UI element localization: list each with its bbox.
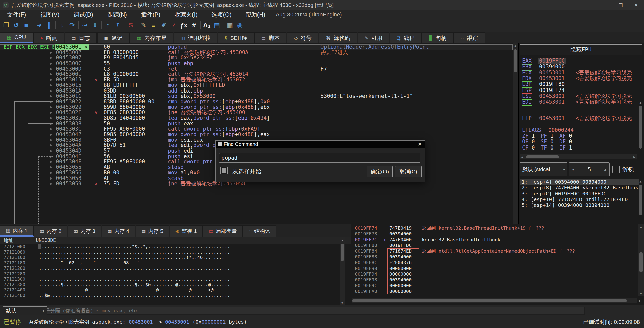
breakpoint-dot[interactable] (50, 172, 52, 174)
disasm-row[interactable]: 0045300DC3retF7 (0, 66, 513, 72)
breakpoint-dot[interactable] (50, 90, 52, 92)
stack-hscrollbar[interactable]: ▶ (352, 298, 637, 303)
font-icon[interactable]: A₂ (202, 20, 212, 31)
breakpoint-dot[interactable] (50, 68, 52, 70)
label-icon[interactable]: ✐ (159, 20, 169, 31)
register-value[interactable]: 0019FFCC (538, 58, 566, 64)
tab-跟踪[interactable]: ∴跟踪 (454, 32, 485, 43)
memory-map-icon[interactable]: # (189, 20, 199, 31)
dump-row[interactable]: 77121380........¶.......................… (0, 282, 338, 287)
register-row-eip[interactable]: EIP00453001<吾爱破解论坛学习脱壳 (519, 115, 644, 121)
spinner-up-icon[interactable]: ▲ (601, 167, 609, 171)
tab-内存 1[interactable]: ▦内存 1 (0, 225, 34, 237)
tab-内存 5[interactable]: ▦内存 5 (136, 225, 169, 237)
stack-row[interactable]: 0019FF8800394000 (351, 254, 636, 260)
log-icon[interactable]: ▤ (212, 20, 222, 31)
breakpoint-dot[interactable] (50, 183, 52, 185)
tab-源代码[interactable]: ⌘源代码 (319, 32, 357, 43)
disasm-row[interactable]: 0045300EE8 01000000call 吾爱破解论坛学习.453014 (0, 72, 513, 77)
register-row[interactable]: EDI00453001<吾爱破解论坛学习脱壳 (519, 99, 644, 105)
stack-row[interactable]: 0019FF800019FFDC (351, 243, 636, 248)
run-to-user-code-icon[interactable]: ⇓ (90, 20, 100, 31)
calling-convention-select[interactable]: 默认 (stdcal ▼ (520, 162, 567, 176)
scylla-icon[interactable]: S (126, 20, 136, 31)
stack-row[interactable]: 0019FF74747E0419返回到 kernel32.BaseThreadI… (351, 225, 636, 231)
disasm-row[interactable]: 004530358D85 94040000lea eax,dword ptr s… (0, 115, 513, 121)
tab-内存 4[interactable]: ▦内存 4 (102, 225, 135, 237)
tab-内存布局[interactable]: ▦内存布局 (130, 32, 173, 43)
register-value[interactable]: 00394000 (539, 64, 565, 70)
breakpoint-dot[interactable] (50, 73, 52, 75)
scroll-left-icon[interactable]: ◀ (520, 154, 524, 159)
spinner-down-icon[interactable]: ▼ (569, 167, 577, 171)
registers-hscrollbar[interactable]: ◀ ▶ (520, 154, 637, 159)
register-value[interactable]: 0019FF74 (539, 87, 565, 93)
tab-内存 2[interactable]: ▦内存 2 (34, 225, 68, 237)
minimize-button[interactable]: ─ (597, 0, 613, 10)
breakpoint-dot[interactable] (50, 106, 52, 108)
stack-arg-row[interactable]: 2: [esp+8] 747E0400 <kernel32.BaseThread… (520, 185, 639, 191)
tab-调用堆栈[interactable]: ▥调用堆栈 (174, 32, 217, 43)
scroll-thumb[interactable] (526, 155, 559, 158)
dump-row[interactable]: 77121100................................… (0, 255, 338, 260)
scroll-up-icon[interactable]: ▲ (638, 100, 643, 104)
disasm-row[interactable]: 0045301A03DDadd ebx,ebp (0, 88, 513, 94)
ok-button[interactable]: 确定(O) (367, 166, 393, 177)
disasm-row[interactable]: 0045302283BD 88040000 00cmp dword ptr ss… (0, 99, 513, 105)
stop-icon[interactable]: ■ (21, 20, 31, 31)
scroll-down-icon[interactable]: ▼ (340, 301, 345, 305)
scroll-right-icon[interactable]: ▶ (632, 154, 636, 159)
disasm-row[interactable]: 0045303B50push eax (0, 121, 513, 127)
disasm-row[interactable]: 0045301C81EB 00300500sub ebx,0x530005300… (0, 94, 513, 99)
tab-监视 1[interactable]: ◉监视 1 (170, 225, 203, 237)
dump-row[interactable]: 77121400.................@..............… (0, 287, 338, 293)
dump-row[interactable]: 77121200................................… (0, 265, 338, 271)
disasm-row[interactable]: EIP ECX EDX ESI ED00453001 <60pushadOpti… (0, 44, 513, 50)
stack-row[interactable]: 0019FF8CE2F04376 (351, 260, 636, 266)
flag-value[interactable]: 0 (550, 145, 554, 151)
stack-arg-row[interactable]: 5: [esp+14] 00394000 00394000 (520, 202, 639, 208)
argument-count-stepper[interactable]: ▼ 5 ▲ (569, 162, 610, 176)
menu-item-选项(O)[interactable]: 选项(O) (204, 10, 238, 19)
eflags-row[interactable]: EFLAGS00000244 (519, 127, 644, 133)
tab-内存 3[interactable]: ▦内存 3 (68, 225, 101, 237)
register-row[interactable]: EDX00453001<吾爱破解论坛学习脱壳 (519, 76, 644, 81)
breakpoint-icon[interactable]: ⁄ (169, 20, 179, 31)
stack-row[interactable]: 0019FF9800394000 (351, 277, 636, 283)
tab-线程[interactable]: ⇶线程 (390, 32, 422, 43)
flag-value[interactable]: 0 (532, 139, 535, 145)
scroll-thumb[interactable] (639, 106, 642, 149)
status-addr-from-link[interactable]: 00453001 (129, 319, 153, 325)
dialog-close-icon[interactable]: ✕ (415, 141, 425, 147)
scroll-thumb[interactable] (352, 299, 627, 302)
stack-row[interactable]: 0019FF9400000000 (351, 271, 636, 277)
breakpoint-dot[interactable] (50, 95, 52, 97)
stack-row[interactable]: 0019FFA000000000 (351, 289, 636, 294)
execute-till-return-icon[interactable]: ⇡ (113, 20, 123, 31)
register-row[interactable]: EBP0019FF80 (519, 81, 644, 87)
stack-row[interactable]: 0019FF84771874ED返回到 ntdll.RtlGetAppConta… (351, 248, 636, 254)
disasm-row[interactable]: 00453013∨EB 5Djmp 吾爱破解论坛学习.453072 (0, 77, 513, 83)
register-row[interactable]: EAX0019FFCC (519, 58, 644, 64)
menu-item-调试(D)[interactable]: 调试(D) (67, 10, 100, 19)
tab-句柄[interactable]: ▊句柄 (422, 32, 454, 43)
stack-arg-row[interactable]: 4: [esp+10] 771874ED ntdll.771874ED (520, 197, 639, 202)
register-row[interactable]: ESP0019FF74 (519, 87, 644, 93)
skip-icon[interactable]: ⇢ (80, 20, 90, 31)
disasm-row[interactable]: 0045303CFF95 A90F0000call dword ptr ss:[… (0, 126, 513, 132)
dump-row[interactable]: 77121180........"..02..,... "..........6… (0, 260, 338, 266)
breakpoint-dot[interactable] (50, 177, 52, 180)
scroll-thumb[interactable] (639, 185, 642, 215)
breakpoint-dot[interactable] (50, 161, 52, 163)
menu-item-插件(P)[interactable]: 插件(P) (134, 10, 168, 19)
tab-日志[interactable]: ▤日志 (65, 32, 97, 43)
function-icon[interactable]: ƒx (179, 20, 189, 31)
stack-row[interactable]: 0019FF9C00000000 (351, 283, 636, 289)
flag-value[interactable]: 0 (569, 139, 572, 145)
stack-arg-row[interactable]: 1: [esp+4] 00394000 00394000 (520, 179, 639, 185)
cancel-button[interactable]: 取消(C) (395, 166, 422, 177)
flag-value[interactable]: 1 (532, 133, 535, 139)
register-value[interactable]: 00453001 (539, 76, 565, 81)
pause-icon[interactable]: ∥ (44, 20, 54, 31)
scroll-thumb[interactable] (514, 49, 517, 72)
